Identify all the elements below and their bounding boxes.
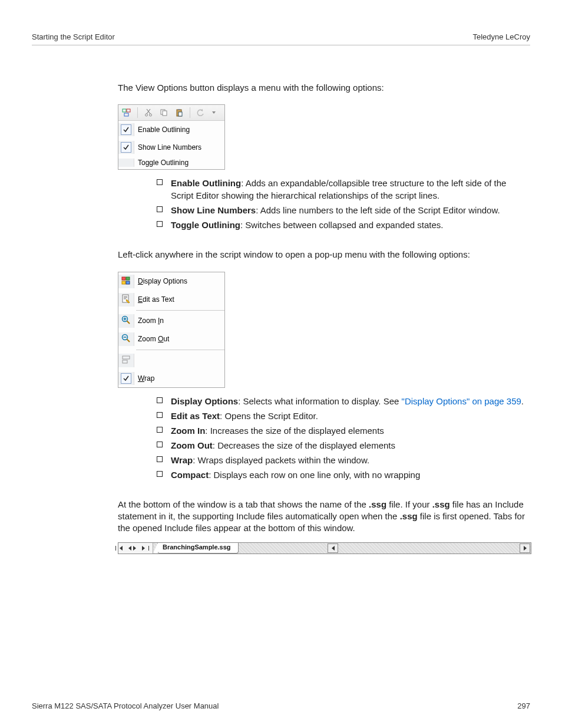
term: Wrap bbox=[171, 455, 193, 465]
list-item: Display Options: Selects what informatio… bbox=[157, 395, 530, 407]
menu-divider bbox=[136, 350, 224, 350]
text: file. If your bbox=[386, 499, 432, 509]
menu-item-edit-as-text[interactable]: Edit as Text bbox=[118, 291, 224, 309]
intro-paragraph-2: Left-click anywhere in the script window… bbox=[118, 249, 530, 261]
zoom-out-icon bbox=[121, 334, 131, 345]
term: Toggle Outlining bbox=[171, 220, 240, 230]
list-item: Zoom In: Increases the size of the displ… bbox=[157, 424, 530, 437]
view-options-menu-figure: Enable Outlining Show Line Numbers Toggl… bbox=[118, 104, 530, 170]
desc: : Selects what information to display. S… bbox=[238, 396, 401, 406]
term: Zoom Out bbox=[171, 440, 213, 450]
list-item: Edit as Text: Opens the Script Editor. bbox=[157, 410, 530, 422]
check-icon bbox=[121, 124, 131, 135]
term: Zoom In bbox=[171, 426, 205, 436]
desc: : Increases the size of the displayed el… bbox=[205, 426, 384, 436]
dropdown-arrow-icon[interactable] bbox=[211, 108, 216, 117]
menu-item-label: Edit as Text bbox=[138, 295, 220, 304]
desc: : Decreases the size of the displayed el… bbox=[213, 440, 395, 450]
view-options-description-list: Enable Outlining: Adds an expandable/col… bbox=[157, 177, 530, 231]
nav-first-icon[interactable] bbox=[120, 546, 123, 551]
menu-item-compact[interactable]: Wrap bbox=[118, 370, 224, 387]
nav-last-icon[interactable] bbox=[142, 546, 145, 551]
menu-item-enable-outlining[interactable]: Enable Outlining bbox=[118, 121, 224, 139]
menu-divider bbox=[136, 310, 224, 311]
term: Display Options bbox=[171, 396, 238, 406]
list-item: Zoom Out: Decreases the size of the disp… bbox=[157, 439, 530, 452]
svg-rect-10 bbox=[122, 277, 125, 280]
edit-text-icon bbox=[121, 294, 131, 305]
file-tab[interactable]: BranchingSample.ssg bbox=[157, 543, 239, 554]
tab-strip-figure: BranchingSample.ssg bbox=[118, 542, 531, 554]
svg-rect-8 bbox=[178, 109, 180, 110]
cut-icon[interactable] bbox=[144, 108, 153, 117]
tab-label: BranchingSample.ssg bbox=[163, 543, 231, 551]
display-options-icon bbox=[121, 276, 131, 287]
menu-item-label: Show Line Numbers bbox=[138, 143, 201, 151]
svg-rect-13 bbox=[126, 281, 130, 284]
wrap-icon bbox=[121, 355, 131, 366]
svg-rect-2 bbox=[124, 113, 128, 116]
undo-icon[interactable] bbox=[196, 108, 206, 117]
scroll-left-button[interactable] bbox=[328, 543, 338, 553]
list-item: Enable Outlining: Adds an expandable/col… bbox=[157, 177, 530, 202]
svg-rect-11 bbox=[126, 277, 130, 280]
svg-rect-9 bbox=[178, 112, 182, 116]
view-options-icon[interactable] bbox=[122, 108, 131, 117]
separator bbox=[137, 107, 138, 118]
menu-item-label: Zoom In bbox=[138, 317, 220, 325]
desc: : Opens the Script Editor. bbox=[220, 411, 318, 421]
desc: . bbox=[521, 396, 524, 406]
context-menu-figure: Display Options Edit as Text Zoom In Zoo… bbox=[118, 272, 530, 388]
nav-next-icon[interactable] bbox=[133, 546, 136, 551]
footer-title: Sierra M122 SAS/SATA Protocol Analyzer U… bbox=[32, 701, 219, 710]
page-footer: Sierra M122 SAS/SATA Protocol Analyzer U… bbox=[32, 701, 530, 710]
page-header: Starting the Script Editor Teledyne LeCr… bbox=[32, 32, 530, 45]
menu-item-label: Zoom Out bbox=[138, 335, 220, 343]
separator bbox=[190, 107, 190, 118]
check-icon bbox=[121, 142, 131, 153]
header-right: Teledyne LeCroy bbox=[472, 32, 530, 41]
svg-rect-18 bbox=[123, 360, 127, 363]
menu-item-label: Wrap bbox=[138, 374, 216, 383]
list-item: Wrap: Wraps displayed packets within the… bbox=[157, 454, 530, 466]
zoom-in-icon bbox=[121, 315, 131, 327]
menu-item-toggle-outlining[interactable]: Toggle Outlining bbox=[118, 156, 224, 169]
menu-item-zoom-in[interactable]: Zoom In bbox=[118, 312, 224, 330]
term: Enable Outlining bbox=[171, 178, 241, 188]
menu-item-display-options[interactable]: Display Options bbox=[118, 272, 224, 291]
intro-paragraph-1: The View Options button displays a menu … bbox=[118, 82, 530, 94]
menu-item-zoom-out[interactable]: Zoom Out bbox=[118, 330, 224, 348]
svg-rect-12 bbox=[122, 281, 125, 284]
menu-item-show-line-numbers[interactable]: Show Line Numbers bbox=[118, 139, 224, 156]
nav-prev-icon[interactable] bbox=[128, 546, 131, 551]
header-left: Starting the Script Editor bbox=[32, 32, 115, 41]
intro1-text: The View Options button displays a menu … bbox=[118, 82, 530, 94]
paragraph-tabs: At the bottom of the window is a tab tha… bbox=[118, 499, 530, 535]
context-menu-description-list: Display Options: Selects what informatio… bbox=[157, 395, 530, 481]
list-item: Toggle Outlining: Switches between colla… bbox=[157, 219, 530, 231]
menu-item-wrap[interactable] bbox=[118, 351, 224, 370]
term: Compact bbox=[171, 470, 209, 480]
paste-icon[interactable] bbox=[174, 108, 184, 117]
check-icon bbox=[121, 373, 131, 384]
svg-rect-17 bbox=[123, 356, 130, 359]
toolbar bbox=[118, 105, 224, 121]
menu-item-label: Display Options bbox=[138, 277, 220, 285]
copy-icon[interactable] bbox=[159, 108, 168, 117]
list-item: Compact: Displays each row on one line o… bbox=[157, 469, 530, 481]
cross-reference-link[interactable]: "Display Options" on page 359 bbox=[402, 396, 521, 406]
list-item: Show Line Numbers: Adds line numbers to … bbox=[157, 204, 530, 216]
page-number: 297 bbox=[517, 701, 530, 710]
text: At the bottom of the window is a tab tha… bbox=[118, 499, 369, 509]
tab-nav-buttons bbox=[118, 543, 153, 554]
desc: : Switches between collapsed and expande… bbox=[240, 220, 443, 230]
desc: : Wraps displayed packets within the win… bbox=[193, 455, 369, 465]
svg-rect-6 bbox=[163, 111, 167, 116]
desc: : Displays each row on one line only, wi… bbox=[209, 470, 420, 480]
term: Edit as Text bbox=[171, 411, 220, 421]
desc: : Adds line numbers to the left side of … bbox=[256, 205, 500, 215]
bold-text: .ssg bbox=[369, 499, 386, 509]
term: Show Line Numbers bbox=[171, 205, 256, 215]
intro2-text: Left-click anywhere in the script window… bbox=[118, 249, 530, 261]
scroll-right-button[interactable] bbox=[520, 543, 530, 553]
